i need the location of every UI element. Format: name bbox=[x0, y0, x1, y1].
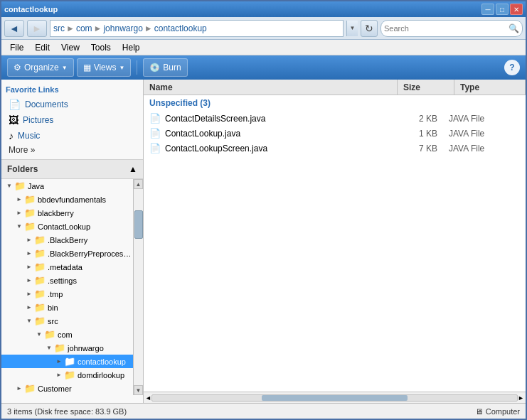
expand-settings-icon[interactable]: ► bbox=[24, 276, 34, 286]
expand-bbdev-icon[interactable]: ► bbox=[14, 195, 24, 205]
tree-item-customer[interactable]: ► 📁 Customer bbox=[1, 382, 133, 395]
search-input[interactable] bbox=[384, 24, 509, 33]
expand-bbpre-icon[interactable]: ► bbox=[24, 249, 34, 259]
tree-item-contactlookup2[interactable]: ► 📁 contactlookup bbox=[1, 355, 133, 368]
col-size-label: Size bbox=[403, 82, 420, 92]
folder-java-icon: 📁 bbox=[14, 181, 26, 191]
tree-item-java[interactable]: ▼ 📁 Java bbox=[1, 179, 133, 193]
h-scroll-thumb[interactable] bbox=[262, 395, 408, 401]
tree-item-bbdev[interactable]: ► 📁 bbdevfundamentals bbox=[1, 193, 133, 206]
tree-item-contactlookup[interactable]: ▼ 📁 ContactLookup bbox=[1, 220, 133, 233]
tree-item-bbpre[interactable]: ► 📁 .BlackBerryPreprocessed bbox=[1, 247, 133, 260]
tree-item-bbdot[interactable]: ► 📁 .BlackBerry bbox=[1, 233, 133, 247]
expand-bbdot-icon[interactable]: ► bbox=[24, 235, 34, 245]
file-item-2[interactable]: 📄 ContactLookupScreen.java 7 KB JAVA Fil… bbox=[144, 141, 526, 156]
file-group-label[interactable]: Unspecified (3) bbox=[144, 95, 526, 111]
status-bar: 3 items (Disk free space: 83.9 GB) 🖥 Com… bbox=[1, 403, 526, 419]
menu-file[interactable]: File bbox=[4, 41, 29, 54]
horizontal-scrollbar[interactable]: ◄ ► bbox=[144, 392, 526, 403]
menu-edit[interactable]: Edit bbox=[29, 41, 55, 54]
expand-contactlookup2-icon[interactable]: ► bbox=[54, 357, 64, 367]
folders-title: Folders bbox=[7, 164, 38, 174]
col-header-name[interactable]: Name bbox=[144, 80, 398, 95]
file-name-1: ContactLookup.java bbox=[165, 129, 392, 139]
scroll-track[interactable] bbox=[134, 189, 143, 385]
path-part-johnwargo[interactable]: johnwargo bbox=[103, 23, 142, 33]
col-header-size[interactable]: Size bbox=[398, 80, 454, 95]
tree-item-johnwargo[interactable]: ▼ 📁 johnwargo bbox=[1, 341, 133, 355]
forward-button[interactable]: ► bbox=[27, 20, 47, 37]
folder-blackberry-icon: 📁 bbox=[24, 208, 36, 218]
organize-icon: ⚙ bbox=[14, 63, 21, 72]
path-dropdown-button[interactable]: ▼ bbox=[346, 21, 358, 36]
menu-tools[interactable]: Tools bbox=[85, 41, 117, 54]
fav-label-pictures: Pictures bbox=[23, 115, 53, 125]
expand-tmp-icon[interactable]: ► bbox=[24, 289, 34, 299]
close-button[interactable]: ✕ bbox=[510, 4, 523, 15]
tree-item-bin[interactable]: ► 📁 bin bbox=[1, 301, 133, 314]
path-part-src[interactable]: src bbox=[53, 23, 65, 33]
documents-icon: 📄 bbox=[9, 99, 21, 110]
file-list: Unspecified (3) 📄 ContactDetailsScreen.j… bbox=[144, 95, 526, 392]
tree-item-domdirlookup[interactable]: ► 📁 domdirlookup bbox=[1, 368, 133, 382]
menu-help[interactable]: Help bbox=[117, 41, 146, 54]
path-part-com[interactable]: com bbox=[76, 23, 92, 33]
expand-contactlookup-icon[interactable]: ▼ bbox=[14, 222, 24, 232]
expand-bin-icon[interactable]: ► bbox=[24, 303, 34, 313]
more-links[interactable]: More » bbox=[6, 144, 139, 156]
views-button[interactable]: ▦ Views ▼ bbox=[77, 58, 132, 77]
tree-vertical-scrollbar[interactable]: ▲ ▼ bbox=[133, 179, 143, 395]
folder-src-icon: 📁 bbox=[34, 316, 46, 326]
h-scroll-left-arrow[interactable]: ◄ bbox=[145, 394, 151, 402]
scroll-down-arrow[interactable]: ▼ bbox=[134, 385, 143, 395]
tree-content: ▼ 📁 Java ► 📁 bbdevfundamentals ► bbox=[1, 179, 133, 395]
title-bar-text: contactlookup bbox=[4, 5, 58, 14]
tree-label-contactlookup: ContactLookup bbox=[38, 222, 90, 231]
path-part-contactlookup[interactable]: contactlookup bbox=[154, 23, 207, 33]
tree-item-metadata[interactable]: ► 📁 .metadata bbox=[1, 260, 133, 274]
expand-blackberry-icon[interactable]: ► bbox=[14, 208, 24, 218]
expand-customer-icon[interactable]: ► bbox=[14, 384, 24, 394]
h-scroll-right-arrow[interactable]: ► bbox=[518, 394, 524, 402]
expand-domdirlookup-icon[interactable]: ► bbox=[54, 370, 64, 380]
scroll-thumb[interactable] bbox=[134, 210, 143, 239]
tree-label-bbdev: bbdevfundamentals bbox=[38, 195, 106, 204]
computer-label: Computer bbox=[486, 407, 520, 416]
expand-metadata-icon[interactable]: ► bbox=[24, 262, 34, 272]
file-type-0: JAVA File bbox=[449, 114, 520, 124]
maximize-button[interactable]: □ bbox=[496, 4, 509, 15]
fav-item-pictures[interactable]: 🖼 Pictures bbox=[6, 112, 139, 128]
file-name-2: ContactLookupScreen.java bbox=[165, 144, 392, 154]
tree-item-settings[interactable]: ► 📁 .settings bbox=[1, 274, 133, 287]
file-item-1[interactable]: 📄 ContactLookup.java 1 KB JAVA File bbox=[144, 126, 526, 141]
menu-bar: File Edit View Tools Help bbox=[1, 40, 526, 55]
address-path[interactable]: src ► com ► johnwargo ► contactlookup bbox=[50, 20, 344, 37]
folders-header[interactable]: Folders ▲ bbox=[1, 160, 143, 179]
expand-com-icon[interactable]: ▼ bbox=[34, 330, 44, 340]
fav-item-documents[interactable]: 📄 Documents bbox=[6, 97, 139, 112]
scroll-up-arrow[interactable]: ▲ bbox=[134, 179, 143, 189]
search-icon[interactable]: 🔍 bbox=[509, 23, 519, 33]
fav-item-music[interactable]: ♪ Music bbox=[6, 128, 139, 144]
expand-java-icon[interactable]: ▼ bbox=[4, 181, 14, 191]
main-content: Favorite Links 📄 Documents 🖼 Pictures ♪ … bbox=[1, 80, 526, 403]
burn-button[interactable]: 💿 Burn bbox=[143, 58, 187, 77]
tree-item-com[interactable]: ▼ 📁 com bbox=[1, 328, 133, 341]
file-item-0[interactable]: 📄 ContactDetailsScreen.java 2 KB JAVA Fi… bbox=[144, 111, 526, 126]
folder-bbdev-icon: 📁 bbox=[24, 194, 36, 205]
menu-view[interactable]: View bbox=[55, 41, 85, 54]
tree-item-blackberry[interactable]: ► 📁 blackberry bbox=[1, 206, 133, 220]
minimize-button[interactable]: ─ bbox=[481, 4, 494, 15]
organize-button[interactable]: ⚙ Organize ▼ bbox=[7, 58, 74, 77]
tree-item-tmp[interactable]: ► 📁 .tmp bbox=[1, 287, 133, 301]
back-button[interactable]: ◄ bbox=[4, 20, 24, 37]
help-button[interactable]: ? bbox=[504, 60, 520, 75]
folder-tmp-icon: 📁 bbox=[34, 289, 46, 299]
col-header-type[interactable]: Type bbox=[454, 80, 526, 95]
expand-johnwargo-icon[interactable]: ▼ bbox=[44, 343, 54, 353]
refresh-button[interactable]: ↻ bbox=[361, 20, 378, 37]
tree-item-src[interactable]: ▼ 📁 src bbox=[1, 314, 133, 328]
favorites-section: Favorite Links 📄 Documents 🖼 Pictures ♪ … bbox=[1, 80, 143, 159]
h-scroll-track[interactable] bbox=[151, 394, 518, 402]
expand-src-icon[interactable]: ▼ bbox=[24, 316, 34, 326]
